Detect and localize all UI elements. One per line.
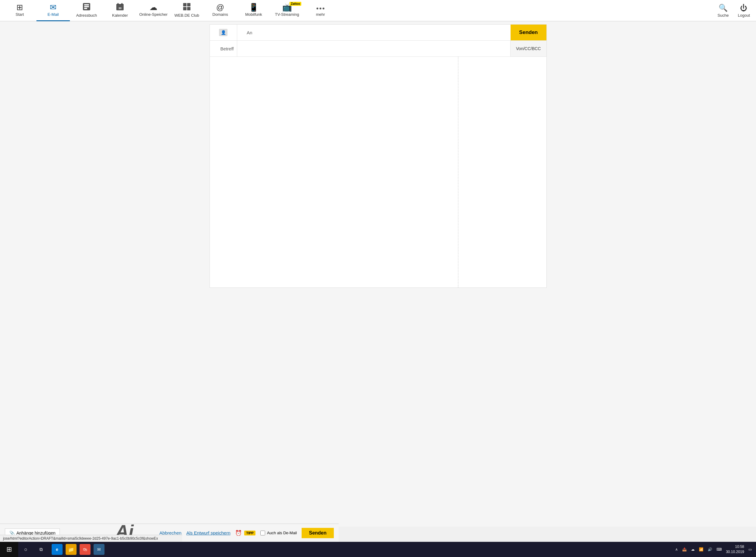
nav-suche[interactable]: 🔍 Suche <box>718 4 729 18</box>
nav-online-speicher-label: Online-Speicher <box>139 12 167 17</box>
nav-email-label: E-Mail <box>48 12 59 17</box>
demail-label: Auch als De-Mail <box>267 531 297 535</box>
send-footer-button[interactable]: Senden <box>302 528 334 538</box>
svg-text:👤: 👤 <box>221 30 226 35</box>
nav-mobilfunk-label: Mobilfunk <box>245 12 262 17</box>
svg-rect-9 <box>183 3 187 6</box>
svg-point-15 <box>323 8 325 9</box>
taskbar-mail-icon[interactable]: ✉ <box>93 544 105 555</box>
taskbar-apps: e 📁 🛍 ✉ <box>49 544 108 555</box>
logout-icon: ⏻ <box>740 4 748 12</box>
time-display: 10:58 <box>726 544 744 549</box>
taskbar-show-desktop-icon[interactable]: ▭ <box>748 547 752 552</box>
compose-container: 👤 An Senden Betreff Von/CC/BCC <box>209 24 547 288</box>
taskbar-wifi-icon[interactable]: 📶 <box>699 547 703 552</box>
svg-rect-6 <box>117 3 118 5</box>
nav-email[interactable]: ✉ E-Mail <box>36 0 70 21</box>
svg-rect-7 <box>121 3 122 5</box>
vonccbcc-button[interactable]: Von/CC/BCC <box>510 41 547 56</box>
compose-to-row: 👤 An Senden <box>210 25 547 41</box>
mobilfunk-icon: 📱 <box>249 3 258 11</box>
subject-label: Betreff <box>210 41 237 56</box>
nav-domains-label: Domains <box>212 12 228 17</box>
nav-online-speicher[interactable]: ☁ Online-Speicher <box>137 0 170 21</box>
svg-rect-12 <box>187 7 191 10</box>
nav-kalender[interactable]: 30 Kalender <box>103 0 137 21</box>
taskbar-start-button[interactable]: ⊞ <box>0 542 18 557</box>
taskbar-volume-icon[interactable]: 🔊 <box>708 547 712 552</box>
nav-domains[interactable]: @ Domains <box>203 0 237 21</box>
taskbar-notification-icon[interactable]: 📤 <box>682 547 687 552</box>
taskbar-search-icon: ○ <box>24 546 28 553</box>
svg-rect-11 <box>183 7 187 10</box>
nav-webde-club-label: WEB.DE Club <box>174 13 199 18</box>
nav-tv-streaming[interactable]: Zattoo 📺 TV-Streaming <box>270 0 304 21</box>
tipp-area: ⏰ TIPP <box>235 530 255 536</box>
nav-mehr-label: mehr <box>316 12 325 17</box>
start-icon: ⊞ <box>17 3 23 11</box>
task-view-icon: ⧉ <box>39 547 43 552</box>
windows-icon: ⊞ <box>6 546 12 553</box>
nav-logout[interactable]: ⏻ Logout <box>738 4 750 18</box>
to-label: An <box>237 25 255 40</box>
webde-club-icon <box>183 2 191 12</box>
nav-start[interactable]: ⊞ Start <box>3 0 36 21</box>
svg-rect-1 <box>84 4 89 5</box>
svg-rect-3 <box>84 8 87 9</box>
kalender-icon: 30 <box>116 2 124 12</box>
logout-label: Logout <box>738 13 750 18</box>
taskbar-search[interactable]: ○ <box>18 542 33 557</box>
svg-rect-2 <box>84 6 89 7</box>
to-input[interactable] <box>255 25 511 40</box>
nav-mobilfunk[interactable]: 📱 Mobilfunk <box>237 0 270 21</box>
email-icon: ✉ <box>50 3 56 11</box>
suche-icon: 🔍 <box>719 4 728 12</box>
nav-right-controls: 🔍 Suche ⏻ Logout <box>718 4 750 18</box>
demail-area: Auch als De-Mail <box>260 531 297 535</box>
mehr-icon <box>316 3 325 11</box>
url-text: jose/html?editorAction=DRAFT&mailId=smai… <box>3 536 158 540</box>
nav-adressbuch-label: Adressbuch <box>76 13 97 18</box>
top-navigation: ⊞ Start ✉ E-Mail Adressbuch 30 Kalender … <box>0 0 756 21</box>
taskbar-task-view[interactable]: ⧉ <box>33 542 49 557</box>
taskbar-explorer-icon[interactable]: 📁 <box>65 544 77 555</box>
zattoo-badge: Zattoo <box>289 2 301 6</box>
url-bar: jose/html?editorAction=DRAFT&mailId=smai… <box>0 535 182 542</box>
demail-checkbox[interactable] <box>260 531 265 535</box>
svg-rect-5 <box>116 4 123 6</box>
nav-kalender-label: Kalender <box>112 13 128 18</box>
taskbar-ie-icon[interactable]: e <box>52 544 62 555</box>
tipp-badge: TIPP <box>244 531 255 535</box>
draft-button[interactable]: Als Entwurf speichern <box>186 530 230 535</box>
taskbar-time: 10:58 30.10.2019 <box>726 544 744 555</box>
nav-webde-club[interactable]: WEB.DE Club <box>170 0 203 21</box>
send-button-top[interactable]: Senden <box>511 25 546 40</box>
nav-mehr[interactable]: mehr <box>304 0 337 21</box>
suche-label: Suche <box>718 13 729 18</box>
svg-point-14 <box>319 8 321 9</box>
date-display: 30.10.2019 <box>726 549 744 555</box>
nav-start-label: Start <box>16 12 24 17</box>
nav-adressbuch[interactable]: Adressbuch <box>70 0 103 21</box>
taskbar: ⊞ ○ ⧉ e 📁 🛍 ✉ ∧ 📤 ☁ 📶 🔊 ⌨ 10:58 30.10.20… <box>0 542 756 557</box>
taskbar-chevron-up-icon[interactable]: ∧ <box>675 547 678 552</box>
svg-rect-10 <box>187 3 191 6</box>
compose-subject-row: Betreff Von/CC/BCC <box>210 41 547 57</box>
svg-point-13 <box>316 8 318 9</box>
taskbar-keyboard-icon[interactable]: ⌨ <box>717 547 722 552</box>
taskbar-cloud-icon[interactable]: ☁ <box>691 547 695 552</box>
taskbar-right: ∧ 📤 ☁ 📶 🔊 ⌨ 10:58 30.10.2019 ▭ <box>675 544 756 555</box>
clock-icon: ⏰ <box>235 530 242 536</box>
compose-wrapper: 👤 An Senden Betreff Von/CC/BCC <box>0 21 756 527</box>
addressbook-picker-icon[interactable]: 👤 <box>210 25 237 40</box>
domains-icon: @ <box>216 3 224 11</box>
nav-tv-streaming-label: TV-Streaming <box>275 12 299 17</box>
subject-input[interactable] <box>237 41 510 56</box>
adressbuch-icon <box>82 2 91 12</box>
online-speicher-icon: ☁ <box>149 3 157 11</box>
taskbar-store-icon[interactable]: 🛍 <box>80 544 90 555</box>
svg-text:30: 30 <box>118 7 121 10</box>
compose-body[interactable] <box>210 57 547 288</box>
